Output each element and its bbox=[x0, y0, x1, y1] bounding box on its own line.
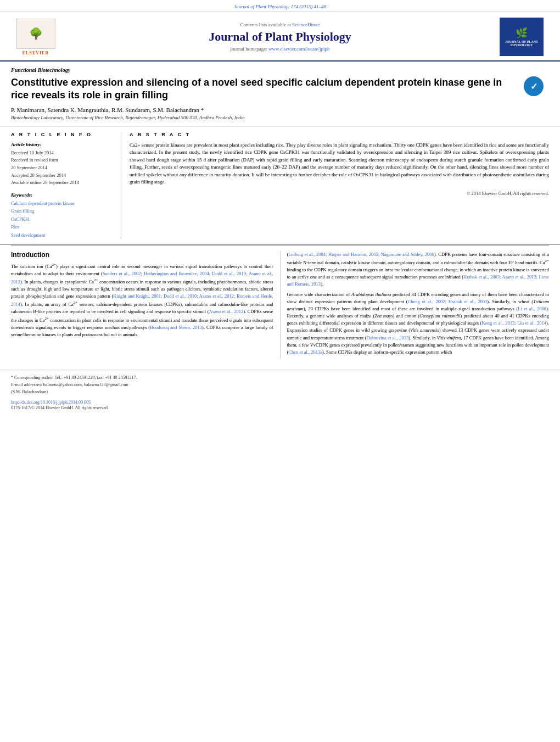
sciencedirect-link[interactable]: ScienceDirect bbox=[292, 22, 320, 27]
article-title: Constitutive expression and silencing of… bbox=[11, 76, 518, 102]
journal-title: Journal of Plant Physiology bbox=[71, 30, 489, 44]
homepage-label: journal homepage: bbox=[231, 46, 267, 52]
keyword-item: Grain filling bbox=[11, 207, 113, 215]
journal-logo-box: 🌿 JOURNAL OF PLANT PHYSIOLOGY bbox=[500, 18, 544, 56]
article-info-column: A R T I C L E I N F O Article history: R… bbox=[11, 132, 121, 239]
doi-link[interactable]: http://dx.doi.org/10.1016/j.jplph.2014.0… bbox=[11, 400, 91, 405]
elsevier-logo-image: 🌳 bbox=[16, 19, 55, 49]
contents-text: Contents lists available at bbox=[240, 22, 291, 27]
page: Journal of Plant Physiology 174 (2015) 4… bbox=[0, 0, 560, 417]
article-title-row: Constitutive expression and silencing of… bbox=[11, 76, 544, 102]
email-text: E-mail addresses: balasena@yahoo.com, ba… bbox=[11, 382, 128, 387]
introduction-heading: Introduction bbox=[11, 251, 273, 259]
keywords-section: Keywords: Calcium dependent protein kina… bbox=[11, 192, 113, 239]
keywords-label: Keywords: bbox=[11, 192, 113, 198]
keyword-item: Seed development bbox=[11, 231, 113, 239]
available-online-date: Available online 26 September 2014 bbox=[11, 179, 113, 187]
email-name-note: (S.M. Balachandran). bbox=[11, 389, 549, 396]
article-info-section-label: A R T I C L E I N F O bbox=[11, 132, 113, 137]
contents-available-text: Contents lists available at ScienceDirec… bbox=[71, 22, 489, 27]
body-right-column: (Ludwig et al., 2004; Harper and Harmon,… bbox=[280, 251, 550, 359]
authors-line: P. Manimaran, Satendra K. Mangrauthia, R… bbox=[11, 107, 544, 113]
journal-header: 🌳 ELSEVIER Contents lists available at S… bbox=[0, 12, 560, 62]
intro-paragraph-1: The calcium ion (Ca2+) plays a significa… bbox=[11, 262, 273, 338]
top-bar: Journal of Plant Physiology 174 (2015) 4… bbox=[0, 0, 560, 12]
journal-logo-text: JOURNAL OF PLANT PHYSIOLOGY bbox=[502, 40, 541, 47]
abstract-column: A B S T R A C T Ca2+ sensor protein kina… bbox=[121, 132, 549, 239]
affiliation-line: Biotechnology Laboratory, Directorate of… bbox=[11, 115, 544, 120]
email-note: E-mail addresses: balasena@yahoo.com, ba… bbox=[11, 382, 549, 389]
keyword-item: Rice bbox=[11, 223, 113, 231]
corresponding-author-note: * Corresponding author. Tel.: +91 40 245… bbox=[11, 375, 549, 382]
elsevier-tree-icon: 🌳 bbox=[29, 27, 43, 40]
crossmark-badge: ✓ bbox=[524, 76, 544, 96]
article-info-abstract-section: A R T I C L E I N F O Article history: R… bbox=[0, 126, 560, 245]
copyright-line: © 2014 Elsevier GmbH. All rights reserve… bbox=[130, 191, 549, 196]
keyword-item: OsCPK31 bbox=[11, 215, 113, 223]
abstract-section-label: A B S T R A C T bbox=[130, 132, 549, 137]
elsevier-logo: 🌳 ELSEVIER bbox=[11, 19, 60, 55]
body-section: Introduction The calcium ion (Ca2+) play… bbox=[0, 246, 560, 364]
journal-citation: Journal of Plant Physiology 174 (2015) 4… bbox=[234, 4, 326, 9]
doi-line: http://dx.doi.org/10.1016/j.jplph.2014.0… bbox=[11, 399, 549, 405]
issn-line: 0176-1617/© 2014 Elsevier GmbH. All righ… bbox=[11, 405, 549, 412]
journal-homepage: journal homepage: www.elsevier.com/locat… bbox=[71, 46, 489, 52]
footer-section: * Corresponding author. Tel.: +91 40 245… bbox=[0, 370, 560, 417]
accepted-date: Accepted 20 September 2014 bbox=[11, 172, 113, 180]
abstract-text: Ca2+ sensor protein kinases are prevalen… bbox=[130, 142, 549, 186]
header-center: Contents lists available at ScienceDirec… bbox=[60, 22, 500, 52]
article-history-label: Article history: bbox=[11, 142, 113, 147]
journal-logo-plant-icon: 🌿 bbox=[516, 27, 528, 39]
body-left-column: Introduction The calcium ion (Ca2+) play… bbox=[11, 251, 280, 359]
received-revised-date: 20 September 2014 bbox=[11, 164, 113, 172]
keywords-list: Calcium dependent protein kinaseGrain fi… bbox=[11, 199, 113, 239]
article-section-label: Functional Biotechnology bbox=[11, 67, 544, 73]
received-revised-label: Received in revised form bbox=[11, 157, 113, 164]
received-date: Received 10 July 2014 bbox=[11, 149, 113, 157]
keyword-item: Calcium dependent protein kinase bbox=[11, 199, 113, 207]
corresponding-author-text: * Corresponding author. Tel.: +91 40 245… bbox=[11, 375, 137, 380]
intro-paragraph-2: (Ludwig et al., 2004; Harper and Harmon,… bbox=[287, 251, 550, 356]
elsevier-brand-text: ELSEVIER bbox=[23, 51, 49, 55]
homepage-link[interactable]: www.elsevier.com/locate/jplph bbox=[268, 46, 329, 52]
article-header-section: Functional Biotechnology Constitutive ex… bbox=[0, 62, 560, 126]
